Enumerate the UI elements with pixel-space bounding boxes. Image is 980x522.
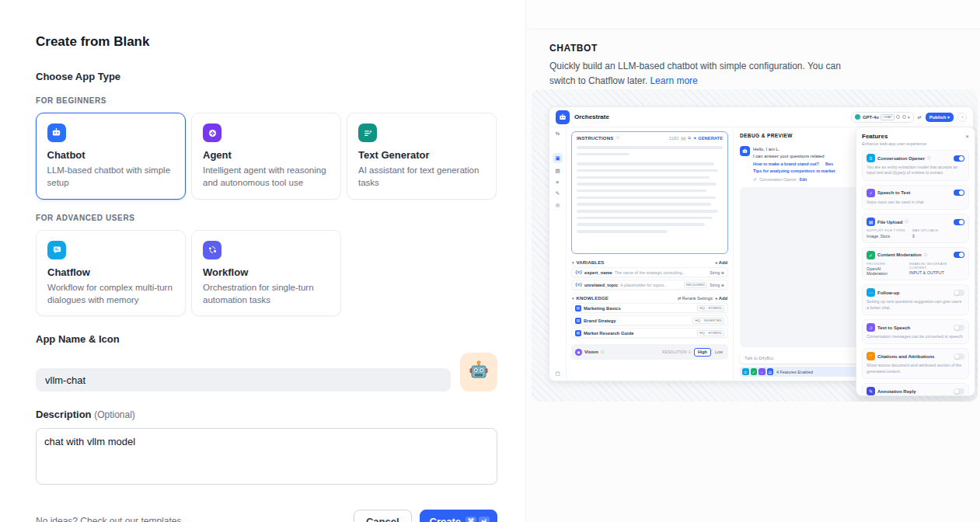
description-label: Description (Optional) xyxy=(36,409,497,420)
card-title: Workflow xyxy=(203,266,330,278)
field-value: INPUT & OUTPUT xyxy=(909,270,964,275)
variable-icon: {x} xyxy=(575,283,582,287)
suggestion-link: How to make a brand stand out? xyxy=(753,162,819,166)
feature-name: Conversation Opener xyxy=(877,156,925,161)
for-advanced-users-label: FOR ADVANCED USERS xyxy=(36,214,497,222)
vision-label: Vision xyxy=(584,350,598,354)
features-enabled-label: 4 Features Enabled xyxy=(776,370,813,374)
app-icon-picker-button[interactable] xyxy=(460,353,497,392)
card-title: Chatbot xyxy=(47,149,175,161)
learn-more-link[interactable]: Learn more xyxy=(650,75,697,86)
preview-pane: CHATBOT Quickly build an LLM-based chatb… xyxy=(525,0,980,522)
create-button-label: Create xyxy=(430,516,461,522)
file-upload-icon: ▤ xyxy=(867,218,875,226)
description-textarea[interactable]: chat with vllm model xyxy=(36,428,497,485)
info-icon: ⓘ xyxy=(905,220,909,224)
mock-app-icon xyxy=(556,110,570,124)
enter-key-icon: ↵ xyxy=(479,517,490,522)
feature-toggle xyxy=(954,190,964,196)
app-name-row xyxy=(36,353,497,392)
card-description: LLM-based chatbot with simple setup xyxy=(47,164,175,190)
create-button[interactable]: Create ⌘ ↵ xyxy=(420,510,497,522)
card-description: AI assistant for text generation tasks xyxy=(358,164,485,190)
field-label: PROVIDER xyxy=(867,262,902,266)
feature-name: Text to Speech xyxy=(877,325,910,330)
description-optional-text: (Optional) xyxy=(94,409,135,420)
conversation-opener-icon: ≡ xyxy=(867,154,875,162)
app-type-card-agent[interactable]: Agent Intelligent agent with reasoning a… xyxy=(191,113,341,200)
app-type-card-text-generator[interactable]: Text Generator AI assistant for text gen… xyxy=(347,113,497,200)
chatbot-preview-image: Orchestrate GPT-4o CHAT ▾ ⇄ Publish ▾ ◔ xyxy=(532,89,978,402)
app-type-card-workflow[interactable]: Workflow Orchestration for single-turn a… xyxy=(191,230,341,317)
speech-chip-icon: ♪ xyxy=(759,368,766,375)
feature-description: Show source document and attributed sect… xyxy=(867,363,964,374)
shortcut-keys: ⌘ ↵ xyxy=(466,517,490,522)
add-variable-button: + Add xyxy=(715,260,727,265)
image-icon: ▧ xyxy=(555,168,560,174)
templates-link-text: No ideas? Check out our templates xyxy=(36,516,181,522)
feature-card-follow-up: ⋯ Follow-up Setting up next questions su… xyxy=(862,284,969,315)
variable-icon: {x} xyxy=(575,270,582,275)
citations-icon: ” xyxy=(867,352,875,360)
chatflow-icon xyxy=(47,241,66,259)
modal-footer: No ideas? Check out our templates → Canc… xyxy=(36,510,497,522)
document-icon: ≡ xyxy=(556,179,560,185)
mock-header-actions: GPT-4o CHAT ▾ ⇄ Publish ▾ ◔ xyxy=(851,112,967,123)
chevron-down-icon: ▾ xyxy=(908,115,910,120)
cancel-button[interactable]: Cancel xyxy=(354,510,412,522)
features-panel-title: Features xyxy=(862,133,888,140)
orchestrate-tab-icon: ▣ xyxy=(553,153,563,163)
mock-sidebar: ⇆ ▣ ▧ ≡ ✎ ◎ ▢ xyxy=(549,127,567,381)
app-type-card-chatflow[interactable]: Chatflow Workflow for complex multi-turn… xyxy=(36,230,186,317)
variable-description: The name of the strategic consulting... xyxy=(615,270,708,275)
upload-chip-icon: ▤ xyxy=(767,368,774,375)
preview-heading: CHATBOT xyxy=(549,43,980,54)
knowledge-label: KNOWLEDGE xyxy=(577,296,609,301)
generate-label: GENERATE xyxy=(698,136,723,141)
add-knowledge-button: + Add xyxy=(715,296,727,301)
chatbot-icon xyxy=(47,124,66,142)
feature-toggle xyxy=(954,353,964,360)
app-name-input[interactable] xyxy=(36,368,451,392)
card-title: Chatflow xyxy=(47,266,174,278)
suggestion-link: Bes xyxy=(825,162,833,166)
card-description: Intelligent agent with reasoning and aut… xyxy=(203,164,330,190)
card-title: Agent xyxy=(203,149,330,161)
feature-description: Conversation messages can be converted t… xyxy=(867,334,964,339)
preview-top-strip xyxy=(526,0,980,30)
edit-link: Edit xyxy=(800,177,807,182)
mock-config-column: INSTRUCTIONS ⓘ 2182 {x} ⧉ ✦ GENERATE xyxy=(567,127,733,381)
variables-section-header: ▾ VARIABLES + Add xyxy=(571,260,728,265)
mock-window-header: Orchestrate GPT-4o CHAT ▾ ⇄ Publish ▾ ◔ xyxy=(549,107,973,127)
variable-row: {x} unrelated_topic A placeholder for to… xyxy=(571,280,728,290)
card-title: Text Generator xyxy=(358,149,485,161)
info-icon: ⓘ xyxy=(924,253,928,257)
follow-up-icon: ⋯ xyxy=(867,288,875,297)
templates-link[interactable]: No ideas? Check out our templates → xyxy=(36,516,194,522)
app-type-card-chatbot[interactable]: Chatbot LLM-based chatbot with simple se… xyxy=(36,113,186,200)
variable-type: String ⊕ xyxy=(710,270,724,275)
info-icon: ⓘ xyxy=(601,350,605,354)
model-extra-icon xyxy=(896,115,900,119)
create-app-modal: Create from Blank Choose App Type FOR BE… xyxy=(0,0,525,522)
mock-model-selector: GPT-4o CHAT ▾ xyxy=(851,112,913,123)
dataset-icon: ▤ xyxy=(575,330,581,336)
feature-name: Follow-up xyxy=(877,291,899,295)
feature-description: Setting up next questions suggestion can… xyxy=(867,299,964,311)
feature-card-conversation-opener: ≡ Conversation Opener ⓘ You are an entit… xyxy=(862,150,969,181)
variable-name: unrelated_topic xyxy=(584,283,618,287)
feature-card-citations: ” Citations and Attributions Show source… xyxy=(862,348,969,379)
field-label: MAX UPLOADS xyxy=(912,228,938,232)
annotation-reply-icon: ✎ xyxy=(867,387,875,395)
dataset-name: Marketing Basics xyxy=(584,306,621,311)
dataset-name: Market Research Guide xyxy=(584,331,633,336)
field-value: 3 xyxy=(912,234,938,238)
knowledge-row: ▤ Market Research Guide HQ · HYBRID xyxy=(571,328,728,338)
variable-type: String ⊕ xyxy=(710,283,724,287)
mock-instructions-panel: INSTRUCTIONS ⓘ 2182 {x} ⧉ ✦ GENERATE xyxy=(571,131,728,254)
features-panel-subtitle: Enhance web-app user experience xyxy=(862,141,969,146)
knowledge-row: ▤ Marketing Basics HQ · HYBRID xyxy=(571,303,728,313)
caret-down-icon: ▾ xyxy=(572,296,574,301)
instructions-label: INSTRUCTIONS xyxy=(577,136,613,141)
vision-eye-icon: ◉ xyxy=(575,349,582,356)
